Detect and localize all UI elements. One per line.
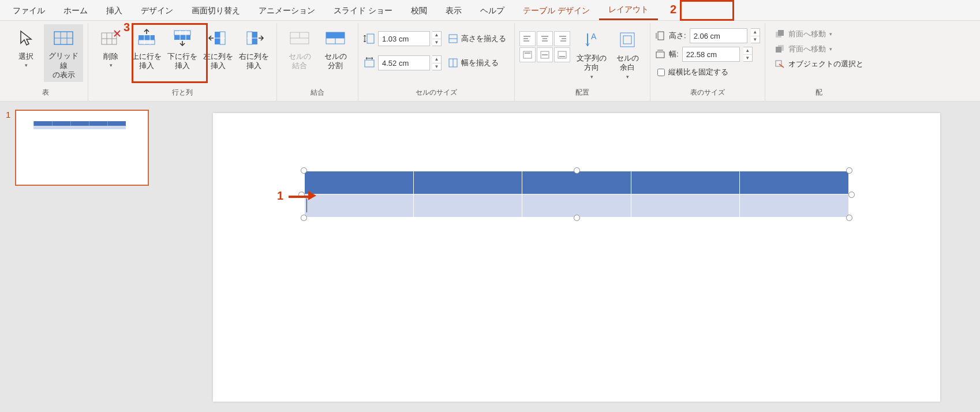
svg-rect-11 [139, 40, 155, 44]
view-gridlines-button[interactable]: グリッド線 の表示 [44, 24, 83, 82]
col-width-spinner[interactable]: ▲▼ [432, 55, 442, 70]
text-direction-icon: A [583, 28, 600, 51]
tab-file[interactable]: ファイル [3, 1, 54, 20]
group-label-merge: 結合 [282, 85, 353, 100]
resize-handle-sw[interactable] [301, 215, 307, 221]
table-width-input[interactable]: 22.58 cm [682, 47, 740, 62]
tab-transitions[interactable]: 画面切り替え [182, 1, 249, 20]
split-cells-button[interactable]: セルの 分割 [317, 24, 353, 82]
width-icon [655, 49, 665, 59]
selection-pane-button[interactable]: オブジェクトの選択と [771, 58, 867, 70]
text-direction-button[interactable]: A 文字列の 方向 ▾ [574, 26, 609, 84]
callout-1-arrow-line [289, 196, 309, 198]
align-middle-left[interactable] [519, 47, 536, 62]
resize-handle-s[interactable] [574, 215, 580, 221]
send-backward-button[interactable]: 背面へ移動 ▾ [771, 43, 836, 55]
table-height-input[interactable]: 2.06 cm [690, 28, 747, 43]
row-height-input[interactable]: 1.03 cm [378, 31, 430, 46]
tab-design[interactable]: デザイン [132, 1, 182, 20]
chevron-down-icon: ▾ [590, 74, 593, 80]
svg-rect-50 [558, 51, 566, 58]
svg-rect-46 [523, 51, 532, 58]
tab-slideshow[interactable]: スライド ショー [324, 1, 402, 20]
merge-cells-button[interactable]: セルの 結合 [282, 24, 317, 82]
insert-row-below-button[interactable]: 下に行を 挿入 [164, 24, 200, 82]
delete-table-icon [100, 27, 121, 50]
height-label: 高さ: [669, 31, 686, 41]
tab-insert[interactable]: 挿入 [97, 1, 132, 20]
align-middle-center[interactable] [537, 47, 553, 62]
resize-handle-e[interactable] [848, 192, 855, 198]
svg-rect-61 [776, 47, 781, 53]
cursor-icon [18, 27, 33, 50]
tab-review[interactable]: 校閲 [402, 1, 436, 20]
bring-forward-icon [775, 29, 785, 39]
slide-thumbnail-1[interactable] [15, 110, 149, 186]
distribute-rows-icon [447, 33, 459, 44]
alignment-grid [519, 31, 570, 78]
group-merge: セルの 結合 セルの 分割 結合 [277, 23, 358, 101]
group-rows-cols: 削除 ▾ 上に行を 挿入 [88, 23, 277, 101]
thumbnail-number: 1 [6, 110, 10, 186]
chevron-down-icon: ▾ [626, 74, 629, 80]
insert-col-right-icon [244, 27, 264, 50]
group-table: 選択 ▾ グリッド線 の表示 表 [3, 23, 88, 101]
thumb-table-preview [33, 121, 126, 129]
table-height-spinner[interactable]: ▲▼ [751, 28, 760, 43]
split-cells-icon [325, 27, 346, 50]
distribute-cols-button[interactable]: 幅を揃える [444, 55, 502, 70]
tab-help[interactable]: ヘルプ [471, 1, 514, 20]
table-body-row[interactable] [305, 194, 849, 218]
lock-aspect-checkbox[interactable]: 縦横比を固定する [655, 65, 731, 80]
grid-icon [53, 27, 74, 49]
group-label-rows-cols: 行と列 [93, 85, 272, 100]
tab-animations[interactable]: アニメーション [249, 1, 324, 20]
insert-row-above-icon [136, 27, 157, 50]
distribute-rows-button[interactable]: 高さを揃える [444, 31, 510, 46]
tab-view[interactable]: 表示 [436, 1, 471, 20]
cell-margin-button[interactable]: セルの 余白 ▾ [609, 26, 645, 84]
svg-rect-55 [623, 36, 631, 44]
slide-editor[interactable]: 1 [173, 102, 980, 412]
insert-row-above-button[interactable]: 上に行を 挿入 [129, 24, 164, 82]
svg-rect-56 [658, 32, 664, 40]
callout-2: 2 [670, 3, 676, 16]
table-header-row[interactable] [305, 171, 849, 194]
merge-cells-icon [289, 27, 310, 50]
tab-home[interactable]: ホーム [54, 1, 97, 20]
chevron-down-icon: ▾ [25, 62, 28, 69]
selection-pane-icon [775, 59, 785, 69]
ribbon: 選択 ▾ グリッド線 の表示 表 削除 ▾ [0, 21, 980, 102]
align-top-right[interactable] [554, 31, 570, 46]
group-alignment: A 文字列の 方向 ▾ セルの 余白 ▾ 配置 [515, 23, 650, 101]
resize-handle-se[interactable] [846, 215, 852, 221]
group-label-table-size: 表のサイズ [655, 85, 760, 100]
insert-col-left-button[interactable]: 左に列を 挿入 [200, 24, 236, 82]
group-label-align: 配置 [519, 85, 645, 100]
group-label-arrange: 配 [770, 85, 868, 100]
select-button[interactable]: 選択 ▾ [8, 24, 44, 82]
group-label-cell-size: セルのサイズ [363, 85, 510, 100]
resize-handle-n[interactable] [574, 167, 580, 174]
row-height-spinner[interactable]: ▲▼ [432, 31, 442, 46]
svg-rect-30 [326, 32, 345, 38]
slide-canvas[interactable] [213, 113, 940, 402]
col-width-input[interactable]: 4.52 cm [378, 55, 430, 70]
cell-margin-icon [619, 28, 636, 51]
align-top-left[interactable] [519, 31, 536, 46]
chevron-down-icon: ▾ [110, 62, 113, 69]
send-backward-icon [775, 44, 785, 54]
group-arrange: 前面へ移動 ▾ 背面へ移動 ▾ オブジェクトの選択と 配 [765, 23, 873, 101]
insert-col-right-button[interactable]: 右に列を 挿入 [236, 24, 272, 82]
bring-forward-button[interactable]: 前面へ移動 ▾ [771, 28, 836, 40]
resize-handle-ne[interactable] [846, 167, 852, 174]
align-top-center[interactable] [537, 31, 553, 46]
tab-layout[interactable]: レイアウト [599, 0, 658, 20]
svg-rect-14 [174, 31, 190, 35]
tab-table-design[interactable]: テーブル デザイン [514, 1, 599, 20]
slide-table[interactable] [304, 171, 849, 218]
table-width-spinner[interactable]: ▲▼ [743, 47, 753, 62]
resize-handle-nw[interactable] [301, 167, 307, 174]
slide-table-object[interactable] [304, 171, 849, 218]
align-middle-right[interactable] [554, 47, 570, 62]
